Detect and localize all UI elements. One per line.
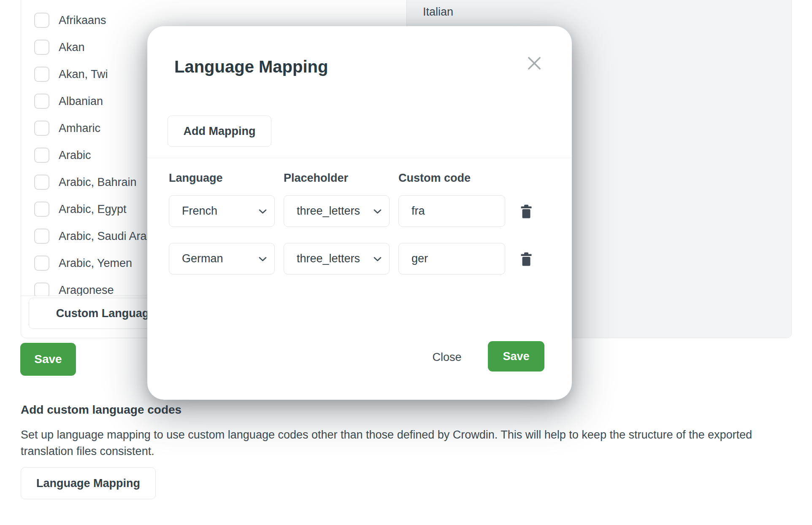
language-checkbox[interactable] xyxy=(34,148,49,163)
column-header-placeholder: Placeholder xyxy=(284,172,348,185)
mapping-row: French three_letters xyxy=(147,195,572,227)
divider xyxy=(147,158,572,158)
modal-title: Language Mapping xyxy=(174,56,328,78)
language-label: Akan xyxy=(59,41,85,54)
language-checkbox[interactable] xyxy=(34,283,49,296)
chevron-down-icon xyxy=(259,209,267,214)
close-icon[interactable] xyxy=(525,54,543,72)
language-checkbox[interactable] xyxy=(34,40,49,55)
custom-code-input[interactable] xyxy=(398,195,505,227)
language-label: Arabic, Yemen xyxy=(59,257,132,270)
language-select-value: French xyxy=(182,205,217,218)
mapping-row: German three_letters xyxy=(147,243,572,275)
language-label: Amharic xyxy=(59,122,100,135)
language-mapping-modal: Language Mapping Add Mapping Language Pl… xyxy=(147,26,572,400)
column-header-custom-code: Custom code xyxy=(398,172,471,185)
language-checkbox[interactable] xyxy=(34,202,49,217)
language-label: Afrikaans xyxy=(59,14,106,27)
delete-mapping-button[interactable] xyxy=(519,251,534,267)
language-label: Aragonese xyxy=(59,284,114,296)
language-checkbox[interactable] xyxy=(34,229,49,244)
language-checkbox[interactable] xyxy=(34,121,49,136)
language-label: Arabic, Saudi Arabia xyxy=(59,230,162,243)
selected-language-item[interactable]: Italian xyxy=(407,0,791,19)
add-mapping-button[interactable]: Add Mapping xyxy=(168,116,271,147)
language-checkbox[interactable] xyxy=(34,13,49,28)
language-label: Akan, Twi xyxy=(59,68,108,81)
section-heading: Add custom language codes xyxy=(21,403,181,417)
placeholder-select-value: three_letters xyxy=(297,252,360,265)
modal-close-button[interactable]: Close xyxy=(424,345,470,370)
x-icon xyxy=(527,56,542,71)
language-mapping-button[interactable]: Language Mapping xyxy=(21,467,156,499)
chevron-down-icon xyxy=(374,209,382,214)
custom-code-input[interactable] xyxy=(398,243,505,275)
language-checkbox[interactable] xyxy=(34,175,49,190)
placeholder-select[interactable]: three_letters xyxy=(284,195,390,227)
chevron-down-icon xyxy=(374,257,382,261)
language-label: Arabic, Egypt xyxy=(59,203,127,216)
chevron-down-icon xyxy=(259,257,267,261)
delete-mapping-button[interactable] xyxy=(519,204,534,219)
language-label: Albanian xyxy=(59,95,103,108)
language-checkbox[interactable] xyxy=(34,256,49,271)
language-select-value: German xyxy=(182,252,223,265)
language-checkbox[interactable] xyxy=(34,94,49,109)
language-select[interactable]: French xyxy=(169,195,275,227)
language-label: Arabic, Bahrain xyxy=(59,176,137,189)
column-header-language: Language xyxy=(169,172,223,185)
trash-icon xyxy=(521,252,532,266)
language-select[interactable]: German xyxy=(169,243,275,275)
section-description: Set up language mapping to use custom la… xyxy=(21,427,757,460)
page-save-button[interactable]: Save xyxy=(20,343,76,376)
modal-save-button[interactable]: Save xyxy=(488,341,544,372)
language-checkbox[interactable] xyxy=(34,67,49,82)
placeholder-select[interactable]: three_letters xyxy=(284,243,390,275)
trash-icon xyxy=(521,205,532,218)
language-label: Arabic xyxy=(59,149,91,162)
placeholder-select-value: three_letters xyxy=(297,205,360,218)
